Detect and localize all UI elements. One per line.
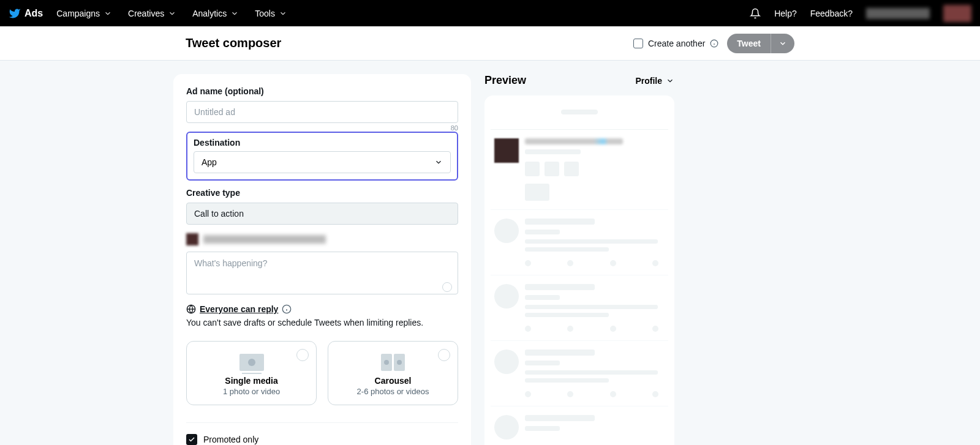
checkbox-unchecked[interactable] [633,39,643,48]
preview-title: Preview [484,74,526,87]
composer-panel: Ad name (optional) 80 Destination App Cr… [173,74,471,445]
char-counter-circle [442,282,452,292]
account-avatar-redacted[interactable] [943,5,971,22]
destination-label: Destination [194,138,451,148]
ad-name-char-count: 80 [186,124,458,132]
twitter-bird-icon [9,7,21,20]
nav-analytics[interactable]: Analytics [190,5,241,22]
preview-card [484,95,674,445]
creative-type-select[interactable]: Call to action [186,203,458,225]
preview-avatar [494,138,519,163]
chevron-down-icon [279,9,287,18]
create-another-toggle[interactable]: Create another [633,39,718,48]
feedback-link[interactable]: Feedback? [810,9,853,18]
check-icon [188,436,195,443]
posting-account-row[interactable] [186,233,458,245]
ad-name-label: Ad name (optional) [186,86,458,96]
single-media-icon [239,354,264,371]
tweet-text-input[interactable] [186,252,458,294]
promoted-only-row[interactable]: Promoted only [186,434,458,445]
info-icon [710,39,718,48]
account-avatar-redacted [186,233,198,245]
notifications-icon[interactable] [750,8,761,19]
radio-unchecked[interactable] [438,349,450,361]
ad-name-input[interactable] [186,101,458,123]
nav-creatives[interactable]: Creatives [126,5,179,22]
preview-skeleton-post [491,275,668,341]
carousel-icon [381,354,405,371]
destination-select[interactable]: App [194,151,451,173]
nav-tools[interactable]: Tools [252,5,290,22]
tweet-button[interactable]: Tweet [727,34,771,53]
preview-skeleton-header [491,102,668,130]
page-title: Tweet composer [186,36,281,50]
reply-setting-link[interactable]: Everyone can reply [200,304,278,314]
nav-campaigns[interactable]: Campaigns [54,5,115,22]
preview-skeleton-post [491,341,668,406]
creative-type-label: Creative type [186,188,458,198]
chevron-down-icon [168,9,176,18]
reply-settings-row[interactable]: Everyone can reply [186,304,458,314]
tweet-options-dropdown[interactable] [771,34,794,53]
destination-section-highlight: Destination App [186,132,458,181]
media-option-single[interactable]: Single media 1 photo or video [186,341,317,405]
reply-note: You can't save drafts or schedule Tweets… [186,318,458,327]
preview-post-own [491,130,668,210]
preview-skeleton-post [491,406,668,445]
chevron-down-icon [230,9,239,18]
chevron-down-icon [434,158,443,166]
preview-mode-dropdown[interactable]: Profile [635,76,674,86]
top-nav: Ads Campaigns Creatives Analytics Tools … [0,0,980,26]
brand-label: Ads [24,8,43,19]
radio-unchecked[interactable] [296,349,309,361]
page-header: Tweet composer Create another Tweet [0,26,980,61]
help-link[interactable]: Help? [774,9,797,18]
account-name-redacted [866,8,930,19]
preview-column: Preview Profile [484,74,674,445]
preview-skeleton-post [491,210,668,275]
account-name-redacted [203,235,326,244]
media-option-carousel[interactable]: Carousel 2-6 photos or videos [328,341,458,405]
checkbox-checked[interactable] [186,434,197,445]
chevron-down-icon [778,39,787,48]
globe-icon [186,304,196,314]
tweet-button-group: Tweet [727,34,794,53]
divider [186,422,458,423]
brand-logo[interactable]: Ads [9,7,43,20]
chevron-down-icon [666,77,674,85]
info-icon [282,304,292,314]
chevron-down-icon [104,9,112,18]
